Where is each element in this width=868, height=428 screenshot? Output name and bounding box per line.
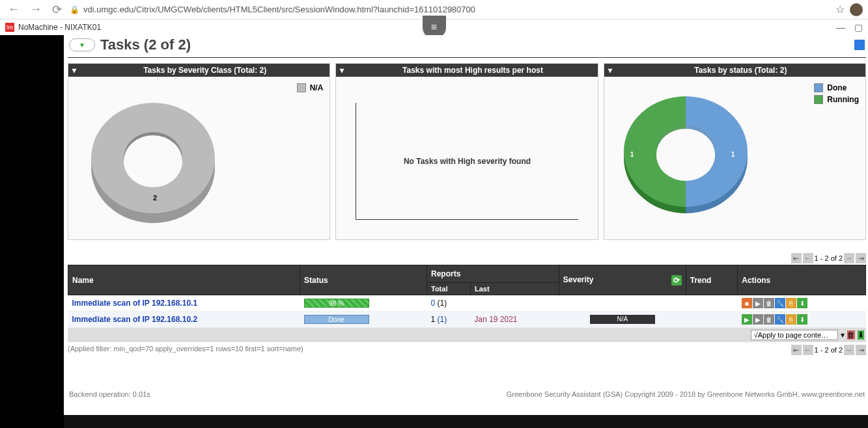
pager-text: 1 - 2 of 2 [815, 346, 843, 354]
status-donut-chart [617, 90, 754, 226]
reports-total[interactable]: 0 [431, 299, 436, 308]
col-last[interactable]: Last [470, 283, 559, 295]
legend-running-label: Running [827, 95, 859, 104]
start-button[interactable]: ▶ [742, 314, 752, 325]
severity-donut-chart [88, 96, 218, 226]
col-actions: Actions [738, 265, 866, 295]
legend-swatch-done [814, 83, 823, 92]
table-row: Immediate scan of IP 192.168.10.1 98 % 0… [68, 295, 866, 312]
export-button[interactable]: ⬇ [797, 314, 807, 325]
trash-button[interactable]: 🗑 [764, 298, 774, 308]
svg-point-3 [124, 135, 182, 187]
clone-button[interactable]: ⎘ [786, 314, 796, 325]
severity-count-label: 2 [153, 194, 157, 202]
last-report [470, 295, 559, 312]
bulk-trash-button[interactable]: 🗑 [847, 330, 855, 340]
panel-high-results: ▾Tasks with most High results per host N… [335, 63, 598, 240]
bulk-export-button[interactable]: ⬇ [858, 330, 864, 340]
panel-status: ▾Tasks by status (Total: 2) Done Running [604, 63, 866, 240]
legend-done-label: Done [827, 83, 847, 92]
panel-menu-icon[interactable]: ▾ [68, 66, 80, 75]
pager-top: ⇤ ← 1 - 2 of 2 → ⇥ [68, 253, 866, 263]
col-reports[interactable]: Reports [427, 265, 559, 283]
legend-swatch-na [297, 83, 306, 92]
url-text: vdi.umgc.edu/Citrix/UMGCWeb/clients/HTML… [83, 5, 475, 14]
page-first-button[interactable]: ⇤ [791, 253, 802, 263]
backend-timing: Backend operation: 0.01s [69, 390, 150, 398]
col-severity[interactable]: Severity⟳ [559, 265, 686, 295]
resume-button[interactable]: ▶ [753, 298, 763, 308]
page-first-button[interactable]: ⇤ [791, 345, 802, 355]
edit-button[interactable]: 🔧 [775, 298, 785, 308]
legend-swatch-running [814, 95, 823, 104]
col-total[interactable]: Total [427, 283, 471, 295]
page-title: Tasks (2 of 2) [100, 36, 191, 53]
clone-button[interactable]: ⎘ [786, 298, 796, 308]
panel-status-title: Tasks by status (Total: 2) [616, 66, 865, 75]
resume-button[interactable]: ▶ [753, 314, 763, 325]
table-row: Immediate scan of IP 192.168.10.2 Done 1… [68, 312, 866, 328]
reload-button[interactable]: ⟳ [49, 3, 64, 17]
svg-point-7 [656, 129, 715, 181]
reports-total: 1 [431, 315, 436, 324]
tasks-table: Name Status Reports Severity⟳ Trend Acti… [68, 265, 866, 328]
address-bar[interactable]: 🔒 vdi.umgc.edu/Citrix/UMGCWeb/clients/HT… [70, 5, 830, 14]
task-wizard-button[interactable]: ▾ [69, 38, 95, 51]
pager-text: 1 - 2 of 2 [815, 254, 843, 262]
page-prev-button[interactable]: ← [803, 253, 813, 263]
stop-button[interactable]: ■ [742, 298, 752, 308]
trash-button[interactable]: 🗑 [764, 314, 774, 325]
bookmark-icon[interactable]: ☆ [835, 3, 845, 16]
page-prev-button[interactable]: ← [803, 345, 813, 355]
page-next-button[interactable]: → [844, 253, 854, 263]
reports-total-paren: (1) [438, 299, 447, 308]
nomachine-title: NoMachine - NIXATK01 [18, 23, 101, 32]
panel-severity-title: Tasks by Severity Class (Total: 2) [80, 66, 329, 75]
main-content: ▾ Tasks (2 of 2) ▾Tasks by Severity Clas… [64, 35, 868, 428]
row-actions: ▶ ▶ 🗑 🔧 ⎘ ⬇ [742, 314, 862, 325]
col-status[interactable]: Status [300, 265, 427, 295]
panel-menu-icon[interactable]: ▾ [336, 66, 348, 75]
panel-menu-icon[interactable]: ▾ [604, 66, 616, 75]
page-next-button[interactable]: → [844, 345, 854, 355]
back-button[interactable]: ← [5, 3, 22, 16]
page-last-button[interactable]: ⇥ [856, 253, 866, 263]
reports-total-paren[interactable]: (1) [438, 315, 447, 324]
refresh-icon[interactable]: ⟳ [671, 275, 682, 286]
col-trend[interactable]: Trend [686, 265, 737, 295]
panel-high-title: Tasks with most High results per host [348, 66, 597, 75]
export-button[interactable]: ⬇ [797, 298, 807, 308]
maximize-button[interactable]: ▢ [854, 22, 863, 33]
trend-cell [686, 295, 737, 312]
windows-taskbar [64, 415, 868, 428]
trend-cell [686, 312, 737, 328]
page-last-button[interactable]: ⇥ [856, 345, 866, 355]
severity-cell [559, 295, 686, 312]
status-done-count: 1 [731, 151, 735, 158]
status-running-count: 1 [630, 151, 634, 158]
legend-na-label: N/A [310, 83, 324, 92]
minimize-button[interactable]: — [836, 22, 845, 33]
status-done-bar: Done [304, 315, 369, 324]
col-name[interactable]: Name [68, 265, 300, 295]
panel-severity: ▾Tasks by Severity Class (Total: 2) N/A … [68, 63, 330, 240]
high-empty-message: No Tasks with High severity found [356, 103, 578, 220]
nomachine-icon: !m [5, 23, 14, 32]
page-title-row: ▾ Tasks (2 of 2) [68, 35, 866, 58]
footer-copyright: Greenbone Security Assistant (GSA) Copyr… [507, 390, 865, 398]
caret-down-icon: ▾ [80, 40, 84, 49]
last-report[interactable]: Jan 19 2021 [474, 315, 517, 324]
profile-avatar[interactable] [850, 3, 863, 16]
row-actions: ■ ▶ 🗑 🔧 ⎘ ⬇ [742, 298, 862, 308]
severity-badge: N/A [590, 315, 655, 324]
bulk-select-caret-icon[interactable]: ▾ [841, 330, 845, 340]
task-link[interactable]: Immediate scan of IP 192.168.10.1 [72, 299, 198, 308]
nomachine-titlebar: !m NoMachine - NIXATK01 ≡ — ▢ [0, 20, 868, 35]
bulk-action-select[interactable]: √Apply to page conte… [751, 330, 838, 340]
lock-icon: 🔒 [70, 5, 79, 14]
dashboard-toggle-icon[interactable] [854, 40, 865, 50]
task-link[interactable]: Immediate scan of IP 192.168.10.2 [72, 315, 198, 324]
forward-button[interactable]: → [27, 3, 44, 16]
bulk-action-row: √Apply to page conte… ▾ 🗑 ⬇ [68, 328, 866, 342]
edit-button[interactable]: 🔧 [775, 314, 785, 325]
